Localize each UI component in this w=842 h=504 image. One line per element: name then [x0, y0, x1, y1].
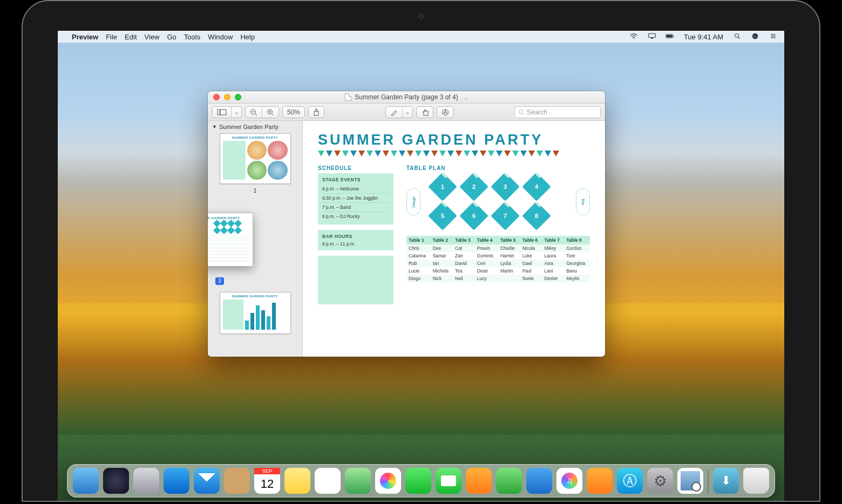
svg-point-0 [633, 38, 634, 39]
zoom-segmented [245, 106, 279, 118]
thumbnails-sidebar[interactable]: ▼ Summer Garden Party SUMMER GARDEN PART… [208, 121, 303, 357]
dock-app-finder[interactable] [73, 468, 99, 494]
airplay-icon[interactable] [648, 33, 656, 39]
spotlight-icon[interactable] [733, 33, 742, 39]
guest-table-row: CatarinaSamarZanDominicHarrietLukeLauraT… [406, 252, 590, 260]
zoom-in-button[interactable] [262, 107, 279, 118]
page-thumbnail-dragging[interactable]: SUMMER GARDEN PARTY [208, 213, 253, 267]
zoom-out-button[interactable] [246, 107, 262, 118]
page-thumbnail-1[interactable]: SUMMER GARDEN PARTY [220, 133, 291, 184]
sidebar-view-button[interactable] [213, 107, 231, 118]
dock-app-messages[interactable] [405, 468, 431, 494]
preview-window: Summer Garden Party (page 3 of 4) ⌄ ⌄ 50… [208, 91, 605, 357]
stage-event: 7 p.m. – Band [322, 203, 389, 212]
window-zoom-button[interactable] [235, 94, 241, 100]
schedule-heading: SCHEDULE [318, 165, 393, 171]
dock-app-calendar[interactable]: SEP12 [254, 468, 280, 494]
dock-app-mail[interactable] [194, 468, 220, 494]
table-marker: 5 [428, 201, 457, 230]
dock-app-launchpad[interactable] [133, 468, 159, 494]
dock-app-pages[interactable] [466, 468, 492, 494]
dock-app-reminders[interactable] [315, 468, 341, 494]
screen: Preview File Edit View Go Tools Window H… [58, 31, 784, 501]
menu-edit[interactable]: Edit [125, 33, 137, 41]
document-view[interactable]: SUMMER GARDEN PARTY SCHEDULE STAGE EVENT… [303, 121, 605, 357]
dock-app-itunes[interactable]: ♫ [556, 468, 582, 494]
battery-icon[interactable] [666, 33, 674, 39]
disclosure-triangle-icon[interactable]: ▼ [212, 124, 217, 130]
guest-table-row: DiogoNickNeilLucySusieDexterMeylis [406, 275, 590, 282]
stage-event: 6:30 p.m. – Joe the Juggler [322, 194, 389, 203]
bar-hours-heading: BAR HOURS [322, 234, 389, 239]
guest-table-row: ChrisDeeCatPravinCharlieNicolaMikeyGordo… [406, 244, 590, 252]
dock-app-facetime[interactable] [436, 468, 461, 494]
table-marker: 7 [491, 201, 520, 230]
thumbnail-1-label: 1 [212, 187, 298, 194]
dock-app-ibooks[interactable] [587, 468, 613, 494]
window-close-button[interactable] [213, 94, 220, 100]
document-title: SUMMER GARDEN PARTY [318, 132, 590, 148]
bar-hours-text: 6 p.m. – 11 p.m. [322, 241, 389, 247]
camera [418, 14, 424, 19]
dock: SEP12 ♫ Ⓐ ⚙ ⬇ [67, 464, 775, 498]
markup-button[interactable] [437, 106, 454, 118]
page-thumbnail-4[interactable]: SUMMER GARDEN PARTY [220, 292, 291, 334]
search-icon [518, 109, 525, 115]
dock-folder-downloads[interactable]: ⬇ [713, 468, 739, 494]
menu-window[interactable]: Window [208, 33, 233, 41]
siri-icon[interactable] [751, 33, 759, 39]
dock-app-photos[interactable] [375, 468, 401, 494]
thumbnail-drag-badge: 3 [215, 277, 224, 285]
dock-trash[interactable] [743, 468, 769, 494]
svg-rect-3 [667, 35, 673, 37]
dock-separator [708, 470, 709, 494]
dock-app-keynote[interactable] [526, 468, 552, 494]
menubar: Preview File Edit View Go Tools Window H… [58, 31, 784, 43]
highlight-segmented[interactable]: ⌄ [385, 106, 413, 118]
wifi-icon[interactable] [629, 33, 638, 39]
dock-app-preview[interactable] [677, 468, 703, 494]
guest-table: Table 1 Table 2 Table 3 Table 4 Table 5 … [406, 236, 590, 282]
menu-view[interactable]: View [145, 33, 160, 41]
sidebar-view-chevron-icon[interactable]: ⌄ [231, 107, 241, 118]
menubar-app-name[interactable]: Preview [72, 33, 98, 41]
menu-help[interactable]: Help [240, 33, 255, 41]
dock-app-contacts[interactable] [224, 468, 250, 494]
bar-hours-box: BAR HOURS 6 p.m. – 11 p.m. [318, 230, 393, 250]
svg-line-28 [522, 113, 524, 115]
dock-app-maps[interactable] [345, 468, 371, 494]
dock-app-safari[interactable] [164, 468, 189, 494]
svg-rect-25 [424, 111, 428, 115]
svg-rect-15 [220, 110, 226, 115]
search-field[interactable]: Search [514, 106, 601, 118]
menubar-clock[interactable]: Tue 9:41 AM [684, 33, 723, 41]
svg-point-5 [735, 33, 738, 37]
titlebar[interactable]: Summer Garden Party (page 3 of 4) ⌄ [208, 91, 605, 104]
guest-table-row: RobIanDavidCeriLydiaGaelAixaGeorgina [406, 260, 590, 267]
dock-app-system-preferences[interactable]: ⚙ [647, 468, 673, 494]
rotate-button[interactable] [416, 106, 433, 118]
bar-marker: Bar [576, 188, 590, 215]
sidebar-view-segmented[interactable]: ⌄ [212, 106, 242, 118]
dock-app-appstore[interactable]: Ⓐ [617, 468, 643, 494]
menu-tools[interactable]: Tools [184, 33, 200, 41]
table-marker: 8 [522, 201, 551, 230]
window-minimize-button[interactable] [224, 94, 230, 100]
guest-table-header-row: Table 1 Table 2 Table 3 Table 4 Table 5 … [406, 236, 590, 244]
dock-app-numbers[interactable] [496, 468, 522, 494]
highlight-chevron-icon[interactable]: ⌄ [402, 107, 412, 118]
highlight-button[interactable] [386, 107, 402, 118]
sidebar-doc-header[interactable]: ▼ Summer Garden Party [212, 124, 298, 130]
menu-go[interactable]: Go [167, 33, 176, 41]
share-button[interactable] [308, 106, 324, 118]
svg-rect-1 [648, 33, 655, 37]
table-marker: 2 [459, 172, 488, 201]
zoom-level[interactable]: 50% [282, 106, 305, 118]
titlebar-doc-icon [345, 93, 351, 101]
title-dropdown-chevron-icon[interactable]: ⌄ [464, 94, 468, 100]
dock-app-siri[interactable] [103, 468, 129, 494]
notification-center-icon[interactable] [769, 33, 778, 39]
table-marker: 6 [459, 201, 488, 230]
menu-file[interactable]: File [106, 33, 117, 41]
dock-app-notes[interactable] [284, 468, 310, 494]
